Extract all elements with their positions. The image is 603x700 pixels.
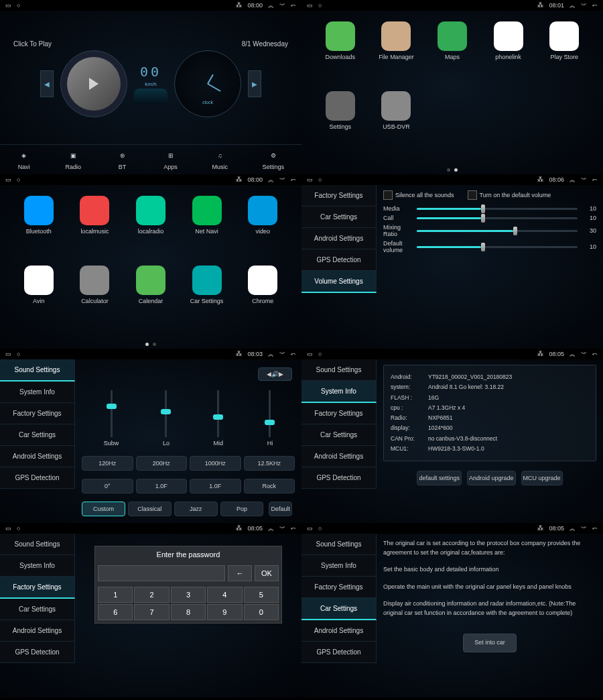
app-usb-dvr[interactable]: USB-DVR bbox=[371, 91, 422, 156]
default-button[interactable]: Default bbox=[269, 502, 292, 516]
preset-120hz[interactable]: 120Hz bbox=[82, 456, 133, 471]
app-bluetooth[interactable]: Bluetooth bbox=[13, 196, 64, 260]
sidebar-item-factory-settings[interactable]: Factory Settings bbox=[0, 403, 75, 424]
preset-jazz[interactable]: Jazz bbox=[174, 502, 218, 516]
sidebar-item-gps-detection[interactable]: GPS Detection bbox=[0, 642, 75, 663]
silence-checkbox[interactable]: Silence all the sounds bbox=[383, 190, 454, 200]
sidebar-item-android-settings[interactable]: Android Settings bbox=[302, 620, 377, 642]
eq-subw-slider[interactable] bbox=[111, 390, 113, 437]
numkey-8[interactable]: 8 bbox=[171, 604, 206, 620]
sidebar-item-gps-detection[interactable]: GPS Detection bbox=[302, 467, 377, 489]
sidebar-item-sound-settings[interactable]: Sound Settings bbox=[0, 534, 75, 555]
app-avin[interactable]: Avin bbox=[13, 266, 64, 330]
call-slider[interactable] bbox=[417, 217, 578, 219]
numkey-5[interactable]: 5 bbox=[244, 587, 279, 603]
sidebar-item-factory-settings[interactable]: Factory Settings bbox=[302, 185, 377, 207]
sidebar-item-car-settings[interactable]: Car Settings bbox=[0, 424, 75, 446]
mcu-upgrade-button[interactable]: MCU upgrade bbox=[521, 471, 563, 485]
app-downloads[interactable]: Downloads bbox=[315, 21, 366, 86]
prev-button[interactable]: ◀ bbox=[40, 70, 54, 97]
music-gauge[interactable] bbox=[60, 50, 127, 117]
sidebar-item-volume-settings[interactable]: Volume Settings bbox=[302, 271, 377, 293]
sidebar-item-system-info[interactable]: System Info bbox=[302, 555, 377, 577]
back-icon[interactable]: ⤺ bbox=[291, 2, 296, 9]
sidebar-item-gps-detection[interactable]: GPS Detection bbox=[0, 467, 75, 489]
numkey-6[interactable]: 6 bbox=[98, 604, 133, 620]
preset-125khz[interactable]: 12.5KHz bbox=[244, 456, 295, 471]
apps-button[interactable]: ⊞Apps bbox=[163, 149, 178, 170]
app-phonelink[interactable]: phonelink bbox=[483, 21, 534, 86]
preset-rock[interactable]: Rock bbox=[244, 479, 295, 493]
preset-0[interactable]: 0° bbox=[82, 479, 133, 493]
eq-hi-slider[interactable] bbox=[269, 390, 271, 437]
app-calculator[interactable]: Calculator bbox=[70, 266, 121, 330]
app-play-store[interactable]: Play Store bbox=[539, 21, 590, 86]
bt-button[interactable]: ⊛BT bbox=[116, 149, 129, 170]
sidebar-item-android-settings[interactable]: Android Settings bbox=[0, 446, 75, 467]
sidebar-item-sound-settings[interactable]: Sound Settings bbox=[302, 359, 377, 381]
numkey-9[interactable]: 9 bbox=[207, 604, 242, 620]
sidebar-item-gps-detection[interactable]: GPS Detection bbox=[302, 249, 377, 271]
sidebar-item-sound-settings[interactable]: Sound Settings bbox=[0, 359, 75, 382]
sidebar-item-factory-settings[interactable]: Factory Settings bbox=[302, 577, 377, 598]
numkey-0[interactable]: 0 bbox=[244, 604, 279, 620]
home-icon[interactable]: ○ bbox=[17, 2, 20, 9]
down-icon[interactable]: ︾ bbox=[279, 1, 285, 10]
settings-button[interactable]: ⚙Settings bbox=[263, 149, 285, 170]
default-volume-checkbox[interactable]: Turn on the default volume bbox=[468, 190, 551, 200]
music-button[interactable]: ♫Music bbox=[212, 149, 228, 170]
password-input[interactable] bbox=[98, 565, 225, 581]
default-settings-button[interactable]: default settings bbox=[417, 471, 462, 485]
recent-icon[interactable]: ▭ bbox=[5, 2, 11, 9]
app-localmusic[interactable]: localmusic bbox=[70, 196, 121, 260]
sidebar-item-factory-settings[interactable]: Factory Settings bbox=[302, 403, 377, 424]
app-video[interactable]: video bbox=[237, 196, 288, 260]
sidebar-item-sound-settings[interactable]: Sound Settings bbox=[302, 534, 377, 555]
up-icon[interactable]: ︽ bbox=[268, 1, 274, 10]
media-slider[interactable] bbox=[417, 208, 578, 210]
sidebar-item-car-settings[interactable]: Car Settings bbox=[302, 424, 377, 446]
preset-1000hz[interactable]: 1000Hz bbox=[190, 456, 241, 471]
numkey-4[interactable]: 4 bbox=[207, 587, 242, 603]
preset-custom[interactable]: Custom bbox=[82, 502, 125, 516]
app-net-navi[interactable]: Net Navi bbox=[182, 196, 232, 260]
mixing-ratio-slider[interactable] bbox=[417, 230, 578, 232]
preset-10f[interactable]: 1.0F bbox=[136, 479, 188, 493]
sidebar-item-system-info[interactable]: System Info bbox=[0, 555, 75, 577]
next-button[interactable]: ▶ bbox=[248, 70, 261, 97]
preset-classical[interactable]: Classical bbox=[128, 502, 172, 516]
preset-10f[interactable]: 1.0F bbox=[190, 479, 241, 493]
sidebar-item-car-settings[interactable]: Car Settings bbox=[0, 599, 75, 620]
speaker-button[interactable]: ◀🔊▶ bbox=[258, 367, 292, 381]
app-chrome[interactable]: Chrome bbox=[237, 266, 288, 330]
sidebar-item-system-info[interactable]: System Info bbox=[302, 381, 377, 403]
sidebar-item-car-settings[interactable]: Car Settings bbox=[302, 598, 377, 620]
sidebar-item-android-settings[interactable]: Android Settings bbox=[302, 228, 377, 249]
eq-lo-slider[interactable] bbox=[165, 390, 167, 437]
navi-button[interactable]: ◈Navi bbox=[17, 149, 31, 170]
sidebar-item-system-info[interactable]: System Info bbox=[0, 382, 75, 403]
numkey-7[interactable]: 7 bbox=[134, 604, 169, 620]
click-to-play[interactable]: Click To Play bbox=[13, 40, 52, 48]
app-car-settings[interactable]: Car Settings bbox=[182, 266, 232, 330]
app-calendar[interactable]: Calendar bbox=[125, 266, 176, 330]
preset-200hz[interactable]: 200Hz bbox=[136, 456, 188, 471]
numkey-1[interactable]: 1 bbox=[98, 587, 133, 603]
preset-pop[interactable]: Pop bbox=[220, 502, 264, 516]
backspace-key[interactable]: ← bbox=[228, 565, 252, 581]
app-file-manager[interactable]: File Manager bbox=[371, 21, 422, 86]
numkey-2[interactable]: 2 bbox=[134, 587, 169, 603]
app-maps[interactable]: Maps bbox=[427, 21, 478, 86]
sidebar-item-android-settings[interactable]: Android Settings bbox=[0, 620, 75, 642]
app-localradio[interactable]: localradio bbox=[125, 196, 176, 260]
radio-button[interactable]: ▣Radio bbox=[65, 149, 81, 170]
set-into-car-button[interactable]: Set into car bbox=[463, 634, 517, 652]
ok-key[interactable]: OK bbox=[255, 565, 279, 581]
sidebar-item-gps-detection[interactable]: GPS Detection bbox=[302, 642, 377, 663]
numkey-3[interactable]: 3 bbox=[171, 587, 206, 603]
eq-mid-slider[interactable] bbox=[217, 390, 219, 437]
play-icon[interactable] bbox=[89, 78, 98, 90]
default-volume-slider[interactable] bbox=[417, 246, 578, 248]
android-upgrade-button[interactable]: Android upgrade bbox=[467, 471, 516, 485]
sidebar-item-android-settings[interactable]: Android Settings bbox=[302, 446, 377, 467]
